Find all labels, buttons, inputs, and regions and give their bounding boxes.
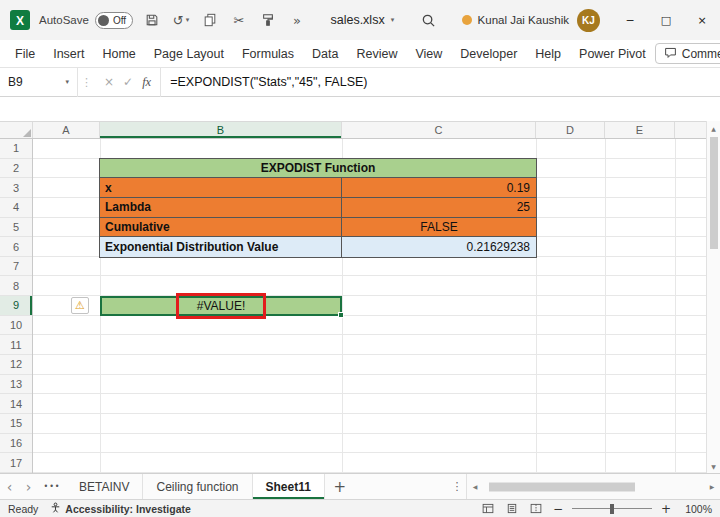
cell-b3-label[interactable]: x bbox=[100, 178, 342, 197]
row-header-4[interactable]: 4 bbox=[0, 198, 32, 218]
normal-view-icon[interactable] bbox=[480, 502, 496, 516]
autosave-state: Off bbox=[113, 15, 126, 26]
row-header-8[interactable]: 8 bbox=[0, 276, 32, 296]
zoom-slider-thumb[interactable] bbox=[610, 504, 614, 514]
page-break-view-icon[interactable] bbox=[528, 502, 544, 516]
comment-icon bbox=[664, 46, 677, 62]
column-header-b[interactable]: B bbox=[100, 122, 342, 138]
scroll-left-icon[interactable]: ◀ bbox=[467, 483, 483, 490]
toolbar-overflow-icon[interactable]: » bbox=[287, 8, 307, 32]
tab-page-layout[interactable]: Page Layout bbox=[145, 40, 233, 68]
horizontal-scrollbar[interactable]: ◀ ▶ bbox=[466, 474, 720, 499]
user-name[interactable]: Kunal Jai Kaushik bbox=[478, 14, 569, 26]
select-all-corner[interactable] bbox=[0, 122, 33, 138]
tab-data[interactable]: Data bbox=[303, 40, 347, 68]
cell-b5-label[interactable]: Cumulative bbox=[100, 218, 342, 237]
page-layout-view-icon[interactable] bbox=[504, 502, 520, 516]
column-header-d[interactable]: D bbox=[536, 122, 605, 138]
row-header-5[interactable]: 5 bbox=[0, 218, 32, 238]
row-header-1[interactable]: 1 bbox=[0, 139, 32, 159]
horizontal-scroll-thumb[interactable] bbox=[489, 482, 635, 491]
scroll-up-icon[interactable]: ▲ bbox=[707, 121, 720, 135]
sheet-nav-right-icon[interactable]: › bbox=[19, 474, 38, 499]
minimize-button[interactable]: ─ bbox=[612, 0, 648, 40]
row-header-10[interactable]: 10 bbox=[0, 316, 32, 336]
row-header-15[interactable]: 15 bbox=[0, 414, 32, 434]
close-button[interactable]: × bbox=[684, 0, 720, 40]
tab-formulas[interactable]: Formulas bbox=[233, 40, 303, 68]
document-title[interactable]: sales.xlsx bbox=[330, 13, 384, 27]
tab-help[interactable]: Help bbox=[526, 40, 570, 68]
sheet-tab-sheet11[interactable]: Sheet11 bbox=[253, 474, 325, 499]
zoom-in-button[interactable]: + bbox=[660, 502, 672, 516]
sheet-tab-betainv[interactable]: BETAINV bbox=[66, 474, 143, 499]
tab-view[interactable]: View bbox=[406, 40, 451, 68]
formula-input[interactable]: =EXPONDIST("Stats","45", FALSE) bbox=[161, 75, 720, 89]
cell-b4-label[interactable]: Lambda bbox=[100, 198, 342, 217]
column-header-e[interactable]: E bbox=[605, 122, 675, 138]
row-header-11[interactable]: 11 bbox=[0, 335, 32, 355]
scroll-down-icon[interactable]: ▼ bbox=[707, 459, 720, 473]
row-header-2[interactable]: 2 bbox=[0, 159, 32, 179]
row-header-6[interactable]: 6 bbox=[0, 237, 32, 257]
row-header-12[interactable]: 12 bbox=[0, 355, 32, 375]
vertical-scrollbar[interactable]: ▲ ▼ bbox=[706, 121, 720, 473]
cell-c4-value[interactable]: 25 bbox=[342, 198, 536, 217]
zoom-level[interactable]: 100% bbox=[680, 503, 712, 515]
column-header-c[interactable]: C bbox=[342, 122, 536, 138]
save-icon[interactable] bbox=[142, 8, 162, 32]
accessibility-status[interactable]: Accessibility: Investigate bbox=[50, 502, 190, 515]
row-header-3[interactable]: 3 bbox=[0, 178, 32, 198]
table-title-cell[interactable]: EXPODIST Function bbox=[100, 159, 536, 179]
comments-button[interactable]: Comments bbox=[655, 43, 720, 64]
accessibility-label: Accessibility: Investigate bbox=[65, 503, 190, 515]
cell-c6-value[interactable]: 0.21629238 bbox=[342, 237, 536, 257]
zoom-slider[interactable] bbox=[572, 508, 652, 509]
sheet-tab-ceiling-function[interactable]: Ceiling function bbox=[143, 474, 252, 499]
tab-review[interactable]: Review bbox=[347, 40, 406, 68]
autosave-toggle[interactable]: AutoSave Off bbox=[39, 12, 133, 29]
cell-b9-selected[interactable]: #VALUE! bbox=[100, 296, 342, 316]
row-header-13[interactable]: 13 bbox=[0, 375, 32, 395]
cut-icon[interactable]: ✂ bbox=[229, 8, 249, 32]
vertical-scroll-thumb[interactable] bbox=[710, 137, 718, 249]
row-header-17[interactable]: 17 bbox=[0, 453, 32, 473]
tab-split-handle[interactable]: ⋮ bbox=[448, 474, 466, 499]
tab-power-pivot[interactable]: Power Pivot bbox=[570, 40, 655, 68]
enter-icon[interactable]: ✓ bbox=[123, 75, 133, 89]
add-sheet-button[interactable]: + bbox=[325, 474, 355, 499]
cell-b6-label[interactable]: Exponential Distribution Value bbox=[100, 237, 342, 257]
error-checking-button[interactable]: ⚠ bbox=[71, 297, 89, 314]
undo-icon[interactable]: ↺ ▾ bbox=[171, 8, 191, 32]
column-header-a[interactable]: A bbox=[33, 122, 100, 138]
zoom-out-button[interactable]: − bbox=[552, 502, 564, 516]
avatar[interactable]: KJ bbox=[577, 9, 600, 32]
status-right-group: − + 100% bbox=[480, 502, 712, 516]
insert-function-icon[interactable]: fx bbox=[142, 75, 151, 90]
tab-developer[interactable]: Developer bbox=[451, 40, 526, 68]
format-painter-icon[interactable] bbox=[258, 8, 278, 32]
cell-c3-value[interactable]: 0.19 bbox=[342, 178, 536, 197]
name-box[interactable]: B9 ▾ bbox=[0, 68, 78, 97]
row-header-14[interactable]: 14 bbox=[0, 394, 32, 414]
search-icon[interactable] bbox=[418, 8, 438, 32]
tab-file[interactable]: File bbox=[6, 40, 44, 68]
row-header-9[interactable]: 9 bbox=[0, 296, 32, 316]
cancel-icon[interactable]: × bbox=[104, 75, 114, 89]
fill-handle[interactable] bbox=[338, 312, 344, 318]
tab-insert[interactable]: Insert bbox=[44, 40, 93, 68]
autosave-switch[interactable]: Off bbox=[95, 12, 133, 29]
row-header-7[interactable]: 7 bbox=[0, 257, 32, 277]
cell-c5-value[interactable]: FALSE bbox=[342, 218, 536, 237]
tab-home[interactable]: Home bbox=[93, 40, 144, 68]
maximize-button[interactable]: □ bbox=[648, 0, 684, 40]
sheet-nav-left-icon[interactable]: ‹ bbox=[0, 474, 19, 499]
undo-glyph: ↺ bbox=[173, 13, 184, 28]
formula-bar-handle[interactable]: ⋮ bbox=[78, 76, 95, 89]
sheet-list-icon[interactable]: ••• bbox=[38, 474, 66, 499]
cells-area[interactable]: EXPODIST Function x 0.19 Lambda 25 Cumul… bbox=[33, 139, 706, 473]
row-header-16[interactable]: 16 bbox=[0, 434, 32, 454]
scroll-right-icon[interactable]: ▶ bbox=[704, 483, 720, 490]
chevron-down-icon[interactable]: ▾ bbox=[391, 17, 395, 24]
copy-icon[interactable] bbox=[200, 8, 220, 32]
